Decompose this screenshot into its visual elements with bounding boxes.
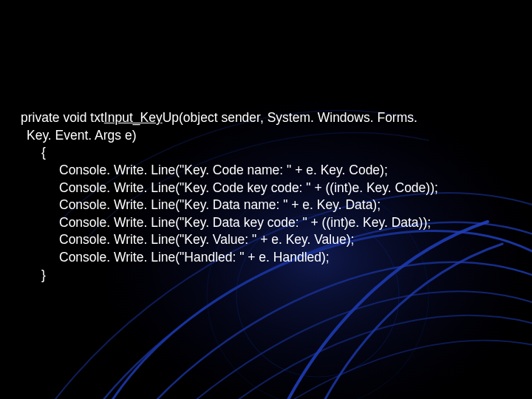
code-block: private void txtInput_KeyUp(object sende… bbox=[21, 109, 517, 284]
signature-line-1: private void txtInput_KeyUp(object sende… bbox=[21, 109, 517, 127]
brace-close: } bbox=[21, 267, 517, 284]
code-line: Console. Write. Line("Key. Code name: " … bbox=[21, 162, 517, 180]
code-line: Console. Write. Line("Handled: " + e. Ha… bbox=[21, 249, 517, 267]
code-line: Console. Write. Line("Key. Value: " + e.… bbox=[21, 231, 517, 249]
sig-pre: private void txt bbox=[21, 110, 104, 125]
signature-line-2: Key. Event. Args e) bbox=[27, 127, 517, 145]
code-line: Console. Write. Line("Key. Data key code… bbox=[21, 214, 517, 232]
sig-underlined: Input_Key bbox=[104, 110, 163, 125]
sig-post: Up(object sender, System. Windows. Forms… bbox=[163, 110, 417, 125]
code-line: Console. Write. Line("Key. Code key code… bbox=[21, 180, 517, 197]
brace-open: { bbox=[21, 144, 517, 162]
code-line: Console. Write. Line("Key. Data name: " … bbox=[21, 197, 517, 214]
